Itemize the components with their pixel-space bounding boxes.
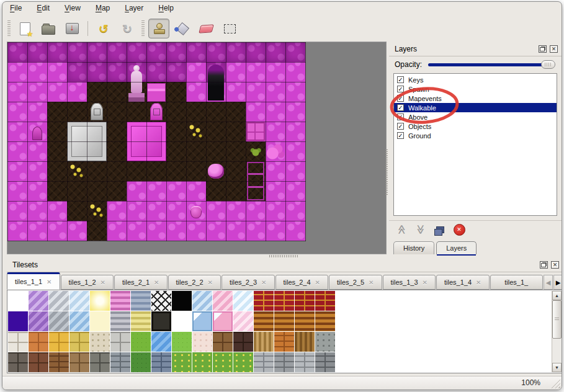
palette-tile[interactable] — [151, 311, 171, 331]
menu-map[interactable]: Map — [96, 4, 110, 12]
palette-tile[interactable] — [233, 352, 253, 372]
palette-tile[interactable] — [131, 352, 151, 372]
layer-visibility-checkbox[interactable]: ✓ — [397, 76, 404, 83]
palette-tile[interactable] — [254, 332, 274, 352]
tab-close-icon[interactable]: ✕ — [208, 279, 213, 286]
resize-grip[interactable] — [551, 379, 560, 388]
move-layer-up-button[interactable]: ≫ — [395, 223, 408, 236]
eraser-tool-button[interactable] — [195, 19, 217, 38]
palette-tile[interactable] — [315, 291, 335, 311]
redo-button[interactable]: ↻ — [117, 19, 138, 38]
palette-tile[interactable] — [213, 311, 233, 331]
palette-tile[interactable] — [49, 332, 69, 352]
close-panel-icon[interactable]: ✕ — [550, 45, 558, 53]
layer-visibility-checkbox[interactable]: ✓ — [397, 95, 404, 102]
layer-visibility-checkbox[interactable]: ✓ — [397, 86, 404, 92]
palette-tile[interactable] — [295, 352, 315, 372]
menu-edit[interactable]: Edit — [37, 4, 50, 12]
undo-button[interactable]: ↺ — [93, 19, 114, 38]
tileset-tab-tiles_2_2[interactable]: tiles_2_2✕ — [168, 275, 222, 290]
palette-tile[interactable] — [131, 332, 151, 352]
palette-tile[interactable] — [192, 352, 212, 372]
palette-tile[interactable] — [90, 291, 110, 311]
palette-tile[interactable] — [8, 332, 28, 352]
palette-tile[interactable] — [254, 311, 274, 331]
layer-row-spawn[interactable]: ✓Spawn — [394, 84, 557, 94]
tab-layers[interactable]: Layers — [436, 241, 477, 254]
opacity-slider[interactable] — [428, 60, 555, 69]
palette-tile[interactable] — [274, 332, 294, 352]
palette-tile[interactable] — [213, 352, 233, 372]
save-button[interactable] — [61, 19, 83, 38]
palette-tile[interactable] — [110, 291, 130, 311]
palette-tile[interactable] — [29, 311, 48, 331]
palette-tile[interactable] — [110, 311, 130, 331]
menu-layer[interactable]: Layer — [125, 4, 143, 12]
layer-row-above[interactable]: ✓Above — [394, 112, 557, 122]
palette-tile[interactable] — [295, 332, 315, 352]
layer-row-keys[interactable]: ✓Keys — [394, 75, 557, 84]
opacity-slider-track[interactable] — [428, 63, 554, 66]
palette-tile[interactable] — [172, 311, 192, 331]
palette-tile[interactable] — [274, 311, 294, 331]
scroll-down-arrow-icon[interactable]: ▼ — [552, 363, 562, 372]
tab-close-icon[interactable]: ✕ — [47, 278, 51, 285]
palette-tile[interactable] — [315, 332, 335, 352]
tab-close-icon[interactable]: ✕ — [154, 279, 159, 286]
palette-tile[interactable] — [131, 291, 151, 311]
vertical-splitter[interactable] — [385, 149, 388, 195]
menu-view[interactable]: View — [65, 4, 81, 12]
palette-tile[interactable] — [110, 352, 130, 372]
palette-tile[interactable] — [192, 291, 212, 311]
tileset-scrollbar[interactable]: ▲ ▼ — [552, 291, 562, 372]
duplicate-layer-button[interactable] — [433, 223, 447, 236]
palette-tile[interactable] — [8, 311, 28, 331]
tileset-tab-tiles_2_5[interactable]: tiles_2_5✕ — [329, 275, 382, 290]
palette-tile[interactable] — [233, 311, 253, 331]
tileset-tab-tiles_2_3[interactable]: tiles_2_3✕ — [222, 275, 275, 290]
open-file-button[interactable] — [38, 19, 59, 38]
tab-close-icon[interactable]: ✕ — [101, 279, 105, 286]
palette-tile[interactable] — [69, 311, 89, 331]
palette-tile[interactable] — [295, 291, 315, 311]
select-tool-button[interactable] — [219, 19, 240, 38]
palette-tile[interactable] — [315, 311, 335, 331]
palette-tile[interactable] — [69, 291, 89, 311]
palette-tile[interactable] — [172, 332, 192, 352]
palette-tile[interactable] — [29, 291, 48, 311]
tileset-tab-tiles_1_4[interactable]: tiles_1_4✕ — [436, 275, 490, 290]
tile-map[interactable] — [7, 42, 305, 241]
palette-tile[interactable] — [151, 291, 171, 311]
palette-tile[interactable] — [49, 352, 69, 372]
palette-tile[interactable] — [69, 332, 89, 352]
layer-visibility-checkbox[interactable]: ✓ — [397, 123, 404, 130]
palette-tile[interactable] — [131, 311, 151, 331]
stamp-tool-button[interactable] — [148, 19, 169, 38]
scrollbar-thumb[interactable] — [552, 300, 562, 339]
palette-tile[interactable] — [192, 311, 212, 331]
menu-file[interactable]: File — [10, 4, 22, 12]
layer-row-ground[interactable]: ✓Ground — [394, 131, 557, 140]
palette-tile[interactable] — [49, 291, 69, 311]
tileset-tab-tiles_1_2[interactable]: tiles_1_2✕ — [61, 275, 114, 290]
scroll-tabs-right-icon[interactable]: ▶ — [553, 275, 562, 290]
palette-tile[interactable] — [172, 291, 192, 311]
palette-tile[interactable] — [90, 332, 110, 352]
toolbar-grip[interactable] — [7, 20, 11, 37]
tileset-tab-tiles_1_3[interactable]: tiles_1_3✕ — [383, 275, 436, 290]
palette-tile[interactable] — [90, 352, 110, 372]
palette-tile[interactable] — [49, 311, 69, 331]
palette-tile[interactable] — [213, 332, 233, 352]
tab-close-icon[interactable]: ✕ — [423, 279, 427, 286]
palette-tile[interactable] — [29, 332, 48, 352]
tileset-tab-tiles_1_1[interactable]: tiles_1_1✕ — [7, 272, 60, 290]
palette-tile[interactable] — [69, 352, 89, 372]
tab-close-icon[interactable]: ✕ — [261, 279, 266, 286]
palette-tile[interactable] — [110, 332, 130, 352]
tab-close-icon[interactable]: ✕ — [315, 279, 320, 286]
fill-tool-button[interactable] — [172, 19, 193, 38]
palette-tile[interactable] — [233, 332, 253, 352]
palette-tile[interactable] — [213, 291, 233, 311]
palette-tile[interactable] — [233, 291, 253, 311]
palette-tile[interactable] — [151, 332, 171, 352]
